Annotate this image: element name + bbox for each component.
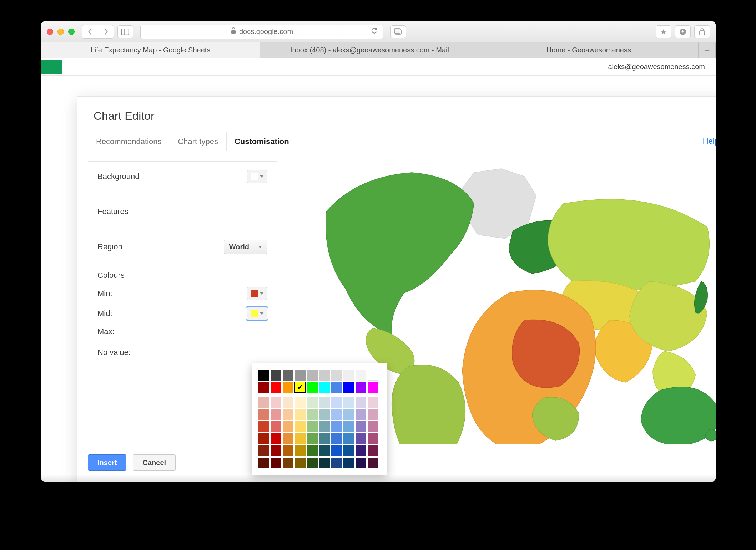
tab-0[interactable]: Life Expectancy Map - Google Sheets [41,42,260,58]
user-email[interactable]: aleks@geoawesomeness.com [608,63,705,71]
color-swatch[interactable] [271,382,281,393]
color-swatch[interactable] [331,409,342,420]
row-features[interactable]: Features [88,192,277,231]
color-swatch[interactable] [283,397,293,408]
color-swatch[interactable] [271,397,281,408]
color-swatch[interactable] [356,382,366,393]
color-swatch[interactable] [271,433,281,444]
color-swatch[interactable] [319,382,330,393]
color-swatch[interactable] [283,409,293,420]
color-swatch[interactable] [271,421,281,432]
tab-overview-button[interactable] [390,25,406,38]
color-swatch[interactable] [343,397,354,408]
color-swatch[interactable] [283,421,293,432]
color-swatch[interactable] [307,409,318,420]
color-swatch[interactable] [307,370,318,381]
color-swatch[interactable] [307,445,318,456]
color-swatch[interactable] [295,409,306,420]
color-swatch[interactable] [368,421,378,432]
close-window-button[interactable] [47,29,53,35]
color-swatch[interactable] [356,433,366,444]
tab-chart-types[interactable]: Chart types [170,132,226,151]
color-swatch[interactable] [258,370,269,381]
color-swatch[interactable] [258,409,269,420]
color-swatch[interactable] [307,382,318,393]
color-swatch[interactable] [368,382,378,393]
favorites-button[interactable]: ★ [656,25,671,38]
color-swatch[interactable] [295,370,306,381]
color-swatch[interactable] [319,458,330,468]
color-swatch[interactable] [295,421,306,432]
color-swatch[interactable] [368,445,378,456]
color-swatch[interactable] [368,409,378,420]
color-swatch[interactable] [295,458,306,468]
color-swatch[interactable] [343,421,354,432]
color-swatch[interactable] [295,445,306,456]
mid-color-button[interactable] [247,307,267,320]
help-link[interactable]: Help [703,132,716,151]
tab-1[interactable]: Inbox (408) - aleks@geoawesomeness.com -… [260,42,479,58]
color-swatch[interactable] [307,397,318,408]
color-swatch[interactable] [331,433,342,444]
color-swatch[interactable] [258,421,269,432]
color-swatch[interactable] [356,370,366,381]
color-swatch[interactable] [331,445,342,456]
color-swatch[interactable] [368,433,378,444]
color-swatch[interactable] [356,409,366,420]
color-swatch[interactable] [283,458,293,468]
color-swatch[interactable] [356,397,366,408]
color-swatch[interactable] [343,445,354,456]
color-swatch[interactable] [331,370,342,381]
color-swatch[interactable] [307,458,318,468]
color-swatch[interactable] [258,382,269,393]
color-swatch[interactable] [283,445,293,456]
color-swatch[interactable] [271,409,281,420]
color-swatch[interactable] [295,382,306,393]
forward-button[interactable] [98,25,114,38]
color-swatch[interactable] [331,382,342,393]
minimize-window-button[interactable] [57,29,64,35]
color-swatch[interactable] [356,445,366,456]
color-swatch[interactable] [295,397,306,408]
url-bar[interactable]: docs.google.com [140,25,383,39]
back-button[interactable] [82,25,98,38]
color-swatch[interactable] [331,397,342,408]
reload-button[interactable] [371,27,378,36]
color-swatch[interactable] [271,445,281,456]
color-swatch[interactable] [331,458,342,468]
background-color-button[interactable] [247,170,267,183]
color-swatch[interactable] [356,458,366,468]
color-swatch[interactable] [295,433,306,444]
color-swatch[interactable] [258,433,269,444]
color-swatch[interactable] [271,370,281,381]
color-swatch[interactable] [319,421,330,432]
color-swatch[interactable] [368,370,378,381]
sidebar-toggle-button[interactable] [117,25,133,38]
tab-customisation[interactable]: Customisation [226,132,297,151]
color-swatch[interactable] [343,382,354,393]
color-swatch[interactable] [283,370,293,381]
min-color-button[interactable] [247,287,267,300]
share-button[interactable] [694,25,710,38]
color-swatch[interactable] [258,458,269,468]
color-swatch[interactable] [343,409,354,420]
color-swatch[interactable] [343,458,354,468]
color-swatch[interactable] [343,370,354,381]
color-swatch[interactable] [271,458,281,468]
color-swatch[interactable] [319,433,330,444]
color-swatch[interactable] [283,382,293,393]
tab-recommendations[interactable]: Recommendations [88,132,170,151]
cancel-button[interactable]: Cancel [133,454,176,471]
color-swatch[interactable] [319,370,330,381]
color-swatch[interactable] [283,433,293,444]
color-swatch[interactable] [307,433,318,444]
color-swatch[interactable] [319,445,330,456]
color-swatch[interactable] [319,409,330,420]
zoom-window-button[interactable] [68,29,75,35]
color-swatch[interactable] [331,421,342,432]
color-swatch[interactable] [343,433,354,444]
downloads-button[interactable] [675,25,691,38]
insert-button[interactable]: Insert [88,454,126,471]
color-swatch[interactable] [258,445,269,456]
color-swatch[interactable] [356,421,366,432]
